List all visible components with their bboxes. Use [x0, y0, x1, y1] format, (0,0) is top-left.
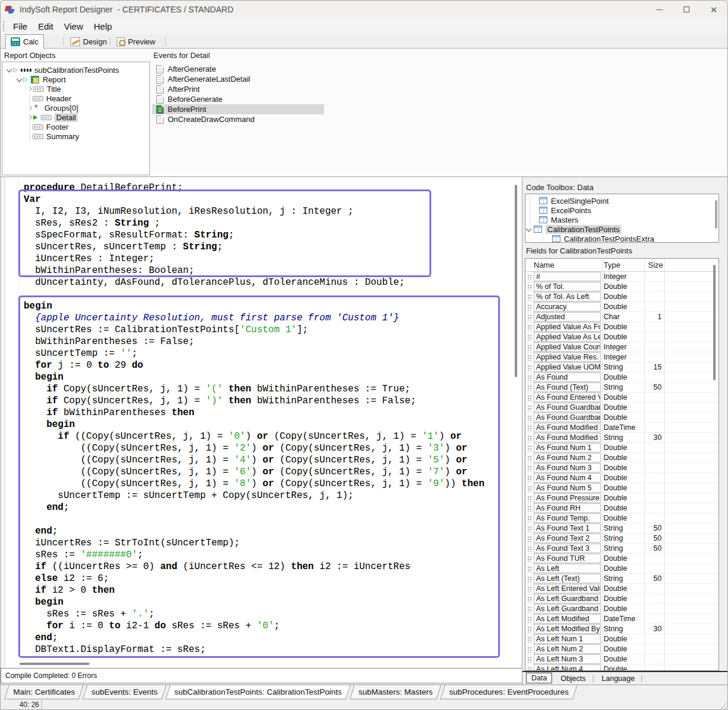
tree-item-report[interactable]: ▷Report	[2, 75, 149, 84]
tree-item-summary[interactable]: Summary	[2, 131, 149, 141]
menu-edit[interactable]: Edit	[33, 21, 59, 31]
sheet-tab-subevents-events[interactable]: subEvents: Events	[82, 685, 166, 699]
drag-handle-icon[interactable]	[527, 596, 532, 602]
field-row-as-left-num-4-39[interactable]: As Left Num 4Double	[525, 664, 719, 671]
field-row-as-found-modified-by-16[interactable]: As Found Modified ByString30	[525, 433, 719, 443]
sheet-tab-main-certificates[interactable]: Main: Certificates	[4, 685, 84, 699]
menu-drag-grip[interactable]	[2, 21, 5, 31]
event-item-aftergenerate[interactable]: AfterGenerate	[152, 64, 324, 74]
drag-handle-icon[interactable]	[527, 345, 532, 351]
toolbox-item-calibrationtestpointsextra[interactable]: CalibrationTestPointsExtra	[525, 234, 719, 243]
toolbox-scrollbar-thumb[interactable]	[715, 200, 717, 229]
drag-handle-icon[interactable]	[527, 506, 532, 512]
tab-design[interactable]: Design	[66, 35, 111, 49]
toolbox-item-excelpoints[interactable]: ExcelPoints	[525, 205, 719, 215]
tree-item-header[interactable]: Header	[2, 94, 149, 103]
drag-handle-icon[interactable]	[527, 304, 532, 310]
tab-objects[interactable]: Objects	[556, 674, 590, 683]
minimize-button[interactable]	[646, 1, 673, 18]
field-row-as-left-text-30[interactable]: As Left (Text)String50	[525, 574, 719, 584]
sheet-tab-subprocedures-eventprocedures[interactable]: subProcedures: EventProcedures	[440, 685, 578, 699]
drag-handle-icon[interactable]	[527, 496, 532, 502]
editor-hscroll-thumb[interactable]	[20, 663, 89, 665]
field-row-as-found-entered-valu-12[interactable]: As Found Entered ValuDouble	[525, 393, 719, 403]
drag-handle-icon[interactable]	[527, 486, 532, 491]
drag-handle-icon[interactable]	[527, 637, 532, 642]
tab-language[interactable]: Language	[597, 674, 640, 683]
drag-handle-icon[interactable]	[527, 526, 532, 532]
field-row-as-found-temp-24[interactable]: As Found Temp.Double	[525, 513, 719, 523]
drag-handle-icon[interactable]	[527, 445, 532, 451]
code-editor[interactable]: procedure DetailBeforePrint;Var I, I2, I…	[1, 176, 522, 668]
field-row-as-found-text-2-26[interactable]: As Found Text 2String50	[525, 534, 719, 544]
drag-handle-icon[interactable]	[527, 375, 532, 381]
drag-handle-icon[interactable]	[527, 455, 532, 461]
drag-handle-icon[interactable]	[527, 425, 532, 431]
drag-handle-icon[interactable]	[527, 405, 532, 411]
field-row-applied-value-uom-9[interactable]: Applied Value UOMString15	[525, 362, 719, 372]
drag-handle-icon[interactable]	[527, 395, 532, 401]
drag-handle-icon[interactable]	[527, 536, 532, 542]
tab-calc[interactable]: Calc	[5, 34, 44, 49]
field-row-as-found-text-1-25[interactable]: As Found Text 1String50	[525, 523, 719, 534]
field-row-as-found-text-3-27[interactable]: As Found Text 3String50	[525, 544, 719, 554]
field-row-as-found-10[interactable]: As FoundDouble	[525, 372, 719, 383]
menu-view[interactable]: View	[59, 21, 88, 31]
expander-open-icon[interactable]	[525, 226, 533, 233]
maximize-button[interactable]	[673, 1, 700, 18]
fields-scrollbar-thumb[interactable]	[713, 265, 716, 380]
expander-closed-icon[interactable]	[26, 85, 33, 92]
toolbox-item-excelsinglepoint[interactable]: ExcelSinglePoint	[525, 196, 719, 205]
drag-handle-icon[interactable]	[527, 647, 532, 653]
field-row-as-found-num-3-19[interactable]: As Found Num 3Double	[525, 463, 719, 473]
field-row-applied-value-as-foun-5[interactable]: Applied Value As FounDouble	[525, 322, 719, 332]
field-row-as-left-num-2-37[interactable]: As Left Num 2Double	[525, 644, 719, 654]
drag-handle-icon[interactable]	[527, 335, 532, 340]
drag-handle-icon[interactable]	[527, 556, 532, 562]
column-header-size[interactable]: Size	[648, 261, 663, 269]
editor-vscroll-thumb[interactable]	[515, 185, 517, 377]
drag-handle-icon[interactable]	[527, 576, 532, 582]
drag-handle-icon[interactable]	[527, 546, 532, 552]
expander-closed-icon[interactable]	[26, 104, 33, 111]
tree-item-detail[interactable]: ▶Detail	[2, 113, 149, 122]
field-row-as-found-guardband-13[interactable]: As Found GuardbandDouble	[525, 403, 719, 413]
drag-handle-icon[interactable]	[527, 385, 532, 391]
tree-item-groups-0[interactable]: Groups[0]	[2, 103, 149, 113]
column-header-type[interactable]: Type	[604, 261, 620, 269]
close-button[interactable]: ✕	[700, 1, 727, 18]
drag-handle-icon[interactable]	[527, 516, 532, 522]
drag-handle-icon[interactable]	[527, 415, 532, 421]
event-item-oncreatedrawcommand[interactable]: OnCreateDrawCommand	[152, 114, 324, 124]
tab-preview[interactable]: Preview	[112, 35, 160, 49]
drag-handle-icon[interactable]	[527, 586, 532, 592]
field-row-as-left-modified-by-35[interactable]: As Left Modified ByString30	[525, 624, 719, 634]
field-row-accuracy-3[interactable]: AccuracyDouble	[525, 302, 719, 312]
event-item-afterprint[interactable]: AfterPrint	[152, 84, 324, 94]
editor-vertical-scrollbar[interactable]	[512, 180, 519, 660]
window-resize-grip[interactable]	[719, 702, 727, 710]
field-row-as-found-num-1-17[interactable]: As Found Num 1Double	[525, 443, 719, 453]
drag-handle-icon[interactable]	[527, 627, 532, 632]
field-row-as-left-num-1-36[interactable]: As Left Num 1Double	[525, 634, 719, 644]
sheet-tab-subcalibrationtestpoints-calibrationtestpoints[interactable]: subCalibrationTestPoints: CalibrationTes…	[165, 685, 351, 699]
expander-open-icon[interactable]	[6, 66, 13, 73]
toolbox-item-masters[interactable]: Masters	[525, 215, 719, 224]
field-row-as-found-rh-23[interactable]: As Found RHDouble	[525, 503, 719, 513]
field-row-as-found-text-11[interactable]: As Found (Text)String50	[525, 383, 719, 393]
drag-handle-icon[interactable]	[527, 465, 532, 471]
drag-handle-icon[interactable]	[527, 314, 532, 320]
field-row-as-left-num-3-38[interactable]: As Left Num 3Double	[525, 654, 719, 664]
column-header-name[interactable]: Name	[534, 261, 554, 269]
expander-closed-icon[interactable]	[26, 114, 33, 121]
field-row-as-found-num-5-21[interactable]: As Found Num 5Double	[525, 483, 719, 493]
drag-handle-icon[interactable]	[527, 435, 532, 441]
tree-item-subcalibrationtestpoints[interactable]: ▷subCalibrationTestPoints	[2, 65, 149, 75]
field-row-as-left-entered-value-31[interactable]: As Left Entered ValueDouble	[525, 584, 719, 594]
drag-handle-icon[interactable]	[527, 365, 532, 371]
editor-horizontal-scrollbar[interactable]	[1, 660, 510, 668]
drag-handle-icon[interactable]	[527, 667, 532, 671]
field-row-applied-value-count-b-7[interactable]: Applied Value Count BInteger	[525, 342, 719, 352]
field-row-as-found-guardband-14[interactable]: As Found GuardbandDouble	[525, 413, 719, 423]
drag-handle-icon[interactable]	[527, 274, 532, 280]
